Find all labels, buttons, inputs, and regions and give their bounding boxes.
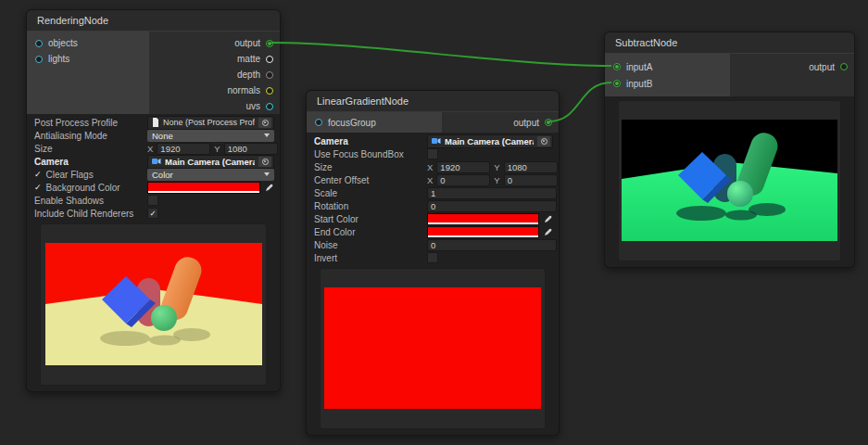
port-inputA[interactable]: inputA xyxy=(605,58,730,75)
port-focus-group[interactable]: focusGroup xyxy=(307,114,442,131)
noise-input[interactable] xyxy=(427,239,557,251)
port-matte[interactable]: matte xyxy=(149,51,280,67)
node-rendering[interactable]: RenderingNode objects lights output matt… xyxy=(26,9,281,392)
port-circle-icon[interactable] xyxy=(266,87,273,95)
port-circle-icon[interactable] xyxy=(266,56,273,63)
port-normals[interactable]: normals xyxy=(149,83,280,98)
node-title[interactable]: SubtractNode xyxy=(605,32,854,54)
use-focus-boundbox-checkbox[interactable] xyxy=(427,148,438,159)
gradient-preview-image xyxy=(324,287,541,409)
prop-row-use-focus-boundbox: Use Focus BoundBox xyxy=(307,147,559,160)
alpha-bar xyxy=(428,222,538,224)
prop-row-rotation: Rotation xyxy=(307,199,559,212)
eyedropper-icon[interactable] xyxy=(264,183,274,193)
object-picker-icon xyxy=(541,138,547,145)
include-child-renderers-checkbox[interactable]: ✓ xyxy=(147,208,158,219)
port-label: uvs xyxy=(245,101,260,111)
port-label: normals xyxy=(227,85,260,95)
node-graph-canvas[interactable]: { "colors": { "wire": "#2f9e2f" }, "rend… xyxy=(0,0,868,445)
enable-shadows-checkbox[interactable] xyxy=(147,195,158,206)
center-offset-x-input[interactable] xyxy=(436,174,490,186)
ports-section: focusGroup output xyxy=(307,112,559,133)
port-depth[interactable]: depth xyxy=(149,67,280,83)
prop-row-end-color: End Color xyxy=(307,225,559,238)
file-icon xyxy=(152,118,159,127)
invert-checkbox[interactable] xyxy=(427,252,438,263)
y-axis-label: Y xyxy=(494,162,499,172)
output-ports-panel: output matte depth normals uvs xyxy=(149,32,280,114)
object-field-camera[interactable]: Main Camera (Camera) xyxy=(147,155,274,169)
background-color-swatch[interactable] xyxy=(147,182,260,194)
object-picker-button[interactable] xyxy=(537,136,550,146)
port-inputB[interactable]: inputB xyxy=(605,75,730,92)
prop-label: Invert xyxy=(314,253,423,263)
prop-label: Scale xyxy=(314,188,423,198)
wire-rendering-output-to-subtract-inputA[interactable] xyxy=(271,43,611,66)
object-picker-button[interactable] xyxy=(258,157,271,167)
x-axis-label: X xyxy=(427,162,433,172)
eyedropper-icon[interactable] xyxy=(543,214,553,224)
camera-icon xyxy=(432,137,441,145)
center-offset-y-input[interactable] xyxy=(504,174,558,186)
port-circle-icon[interactable] xyxy=(266,71,273,79)
port-objects[interactable]: objects xyxy=(27,35,149,51)
alpha-bar xyxy=(148,191,259,193)
prop-row-clear-flags: ✓ Clear Flags Color xyxy=(27,168,280,181)
object-field-value: None (Post Process Profile) xyxy=(163,118,255,127)
object-picker-button[interactable] xyxy=(258,118,271,128)
sphere xyxy=(151,305,177,331)
checkbox-checked-icon[interactable]: ✓ xyxy=(34,184,42,192)
scale-input[interactable] xyxy=(427,187,557,199)
prop-row-antialiasing-mode: Antialiasing Mode None xyxy=(27,129,280,142)
input-ports-panel: objects lights xyxy=(27,32,149,114)
prop-label: Use Focus BoundBox xyxy=(314,149,423,159)
port-label: output xyxy=(234,38,260,48)
prop-label: Camera xyxy=(34,157,144,167)
antialiasing-dropdown[interactable]: None xyxy=(147,130,274,142)
port-label: output xyxy=(513,118,539,128)
size-y-input[interactable] xyxy=(224,143,278,155)
node-subtract[interactable]: SubtractNode inputA inputB output xyxy=(604,32,855,268)
port-label: inputB xyxy=(626,79,652,89)
prop-row-camera: Camera Main Camera (Camera) xyxy=(307,134,559,147)
chevron-down-icon xyxy=(264,134,270,137)
port-circle-icon[interactable] xyxy=(35,56,43,63)
port-label: matte xyxy=(237,54,260,64)
port-circle-icon[interactable] xyxy=(840,63,848,70)
size-y-input[interactable] xyxy=(504,161,558,173)
node-title[interactable]: RenderingNode xyxy=(27,10,280,32)
size-x-input[interactable] xyxy=(157,143,210,155)
ports-section: inputA inputB output xyxy=(605,54,854,96)
port-output[interactable]: output xyxy=(149,35,280,51)
rotation-input[interactable] xyxy=(427,200,557,212)
port-uvs[interactable]: uvs xyxy=(149,98,280,114)
port-circle-icon[interactable] xyxy=(266,103,273,110)
object-field-camera[interactable]: Main Camera (Camera) xyxy=(427,134,553,148)
size-x-input[interactable] xyxy=(436,161,490,173)
object-field-value: Main Camera (Camera) xyxy=(165,157,255,167)
port-circle-icon[interactable] xyxy=(35,40,43,47)
port-lights[interactable]: lights xyxy=(27,51,149,67)
port-circle-icon[interactable] xyxy=(315,119,322,126)
prop-row-center-offset: Center Offset X Y xyxy=(307,173,559,186)
start-color-swatch[interactable] xyxy=(427,213,539,225)
port-output[interactable]: output xyxy=(730,58,854,75)
object-field-post-process-profile[interactable]: None (Post Process Profile) xyxy=(147,116,274,130)
node-linear-gradient[interactable]: LinearGradientNode focusGroup output Cam… xyxy=(306,90,560,436)
eyedropper-icon[interactable] xyxy=(543,227,553,237)
prop-label: Camera xyxy=(314,136,423,146)
end-color-swatch[interactable] xyxy=(427,226,539,238)
dropdown-value: None xyxy=(152,131,173,141)
checkbox-checked-icon[interactable]: ✓ xyxy=(34,171,42,179)
object-picker-icon xyxy=(262,159,269,165)
node-title[interactable]: LinearGradientNode xyxy=(307,91,559,112)
prop-row-size: Size X Y xyxy=(307,160,559,173)
port-output[interactable]: output xyxy=(442,114,559,131)
clear-flags-dropdown[interactable]: Color xyxy=(147,169,274,181)
port-circle-icon[interactable] xyxy=(613,80,621,87)
prop-label: Rotation xyxy=(314,201,423,211)
port-circle-icon[interactable] xyxy=(545,119,552,126)
port-circle-icon[interactable] xyxy=(613,63,621,70)
port-circle-icon[interactable] xyxy=(266,40,273,47)
input-ports-panel: inputA inputB xyxy=(605,54,730,96)
